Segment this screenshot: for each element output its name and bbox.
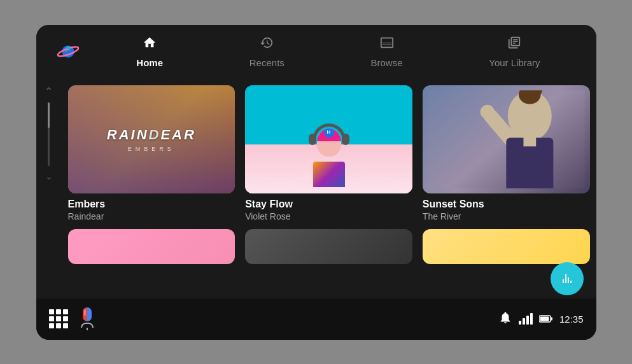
home-icon (143, 36, 157, 53)
nav-browse[interactable]: Browse (356, 31, 418, 73)
scroll-down-arrow[interactable]: ⌄ (45, 171, 53, 181)
album-cover-p2 (245, 229, 412, 264)
grid-dot (49, 323, 54, 328)
album-card-raindear[interactable]: RAINDEAR EMBERS Embers Raindear (68, 85, 235, 221)
album-cover-raindear: RAINDEAR EMBERS (68, 85, 235, 193)
bottom-left-controls (49, 307, 94, 330)
device-frame: Home Recents Browse (36, 25, 596, 340)
mic-button[interactable] (81, 307, 94, 330)
album-title-sunsetsons: Sunset Sons (423, 199, 590, 210)
nav-items: Home Recents Browse (94, 31, 584, 73)
grid-dot (63, 309, 68, 314)
mic-stand-line (87, 328, 88, 330)
mic-body (83, 307, 92, 321)
signal-bar-2 (523, 318, 525, 325)
browse-icon (380, 36, 394, 53)
nav-recents[interactable]: Recents (234, 31, 300, 73)
grid-dot (49, 309, 54, 314)
nav-home-label: Home (136, 57, 163, 68)
grid-dot (49, 316, 54, 321)
album-row-2 (68, 229, 590, 264)
top-nav: Home Recents Browse (36, 25, 596, 79)
clock-display: 12:35 (559, 314, 584, 325)
nav-recents-label: Recents (249, 57, 284, 68)
nav-library[interactable]: Your Library (474, 31, 555, 73)
signal-bar-1 (519, 321, 521, 325)
scroll-up-arrow[interactable]: ⌃ (45, 85, 53, 97)
svg-rect-10 (523, 134, 536, 146)
svg-rect-13 (551, 318, 552, 321)
svg-point-8 (480, 104, 494, 118)
album-cover-p1 (68, 229, 235, 264)
album-card-p2[interactable] (245, 229, 412, 264)
album-row-1: RAINDEAR EMBERS Embers Raindear (68, 85, 590, 221)
album-card-sunsetsons[interactable]: Sunset Sons The River (423, 85, 590, 221)
grid-dot (63, 323, 68, 328)
scroll-indicator: ⌃ ⌄ (36, 79, 62, 298)
scroll-thumb (48, 102, 50, 128)
main-content: ⌃ ⌄ RAINDEAR EMBERS (36, 79, 596, 298)
album-card-stayflow[interactable]: H Stay Flow Violet Rose (245, 85, 412, 221)
bottom-right-status: 12:35 (498, 311, 584, 327)
album-info-raindear: Embers Raindear (68, 199, 235, 221)
bottom-bar: 12:35 (36, 298, 596, 340)
svg-point-2 (66, 46, 70, 50)
album-info-sunsetsons: Sunset Sons The River (423, 199, 590, 221)
mic-stand-arc (81, 323, 94, 328)
nav-home[interactable]: Home (121, 31, 178, 73)
notification-bell[interactable] (498, 311, 512, 327)
svg-rect-12 (540, 317, 549, 321)
signal-bar-4 (530, 313, 533, 325)
sunsetsons-art (428, 90, 585, 188)
now-playing-fab[interactable] (551, 262, 584, 295)
library-icon (507, 36, 521, 53)
recents-icon (260, 36, 274, 53)
battery-indicator (539, 314, 553, 323)
album-grid: RAINDEAR EMBERS Embers Raindear (62, 79, 596, 298)
album-card-p3[interactable] (423, 229, 590, 264)
album-title-raindear: Embers (68, 199, 235, 210)
album-artist-sunsetsons: The River (423, 211, 590, 221)
equalizer-icon (559, 271, 575, 286)
album-cover-p3 (423, 229, 590, 264)
app-logo (56, 39, 80, 64)
signal-strength (519, 313, 533, 325)
grid-dot (56, 316, 61, 321)
album-artist-stayflow: Violet Rose (245, 211, 412, 221)
nav-library-label: Your Library (489, 57, 540, 68)
album-artist-raindear: Raindear (68, 211, 235, 221)
logo-area (49, 39, 87, 64)
album-title-stayflow: Stay Flow (245, 199, 412, 210)
grid-dot (56, 309, 61, 314)
grid-dot (56, 323, 61, 328)
battery-icon (539, 314, 553, 323)
album-cover-sunsetsons (423, 85, 590, 193)
signal-bar-3 (526, 316, 529, 325)
app-grid-button[interactable] (49, 309, 68, 328)
grid-dot (63, 316, 68, 321)
album-cover-stayflow: H (245, 85, 412, 193)
album-info-stayflow: Stay Flow Violet Rose (245, 199, 412, 221)
nav-browse-label: Browse (371, 57, 403, 68)
scroll-bar (48, 102, 50, 166)
bell-icon (498, 311, 512, 325)
album-card-p1[interactable] (68, 229, 235, 264)
